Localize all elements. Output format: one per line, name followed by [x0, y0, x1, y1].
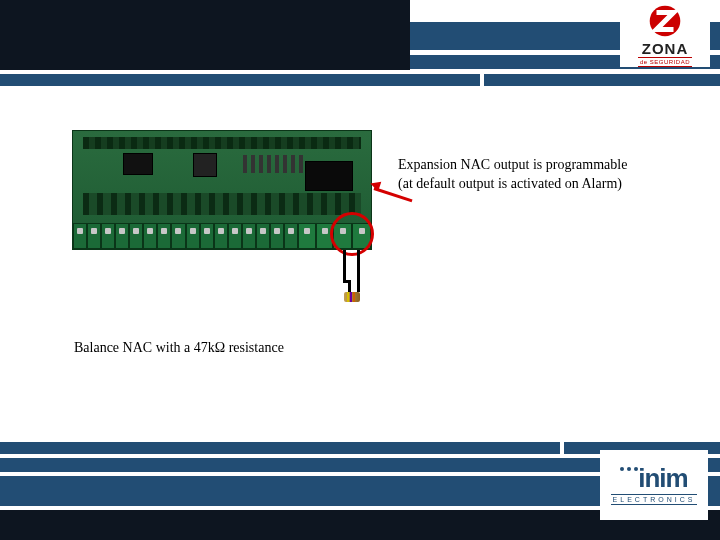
header-stripe [484, 74, 720, 86]
header-dark-block [0, 0, 410, 70]
inim-brand-row: inim [620, 465, 687, 491]
resistor-band-icon [350, 292, 352, 302]
inim-brand-text: inim [638, 465, 687, 491]
inim-logo: inim ELECTRONICS [600, 450, 708, 520]
callout-line: (at default output is activated on Alarm… [398, 175, 678, 194]
pcb-board-image [72, 130, 372, 250]
content-area: Expansion NAC output is programmable (at… [0, 120, 720, 420]
expansion-callout: Expansion NAC output is programmable (at… [398, 156, 678, 194]
zona-subtitle: de SEGURIDAD [638, 57, 692, 67]
callout-line: Expansion NAC output is programmable [398, 156, 678, 175]
header-stripe [0, 74, 480, 86]
header: ZONA de SEGURIDAD [0, 0, 720, 94]
footer-stripe [0, 442, 560, 454]
resistor-band-icon [347, 292, 349, 302]
resistor-lead-icon [343, 250, 346, 280]
zona-logo: ZONA de SEGURIDAD [620, 3, 710, 67]
inim-subtitle: ELECTRONICS [611, 494, 698, 505]
footer: inim ELECTRONICS [0, 428, 720, 540]
resistor-lead-icon [348, 280, 351, 292]
zona-brand-text: ZONA [642, 40, 689, 57]
zona-emblem-icon [648, 4, 682, 38]
resistor-lead-icon [357, 250, 360, 292]
balance-callout: Balance NAC with a 47kΩ resistance [74, 340, 284, 356]
inim-dots-icon [620, 467, 638, 471]
resistor-band-icon [353, 292, 355, 302]
